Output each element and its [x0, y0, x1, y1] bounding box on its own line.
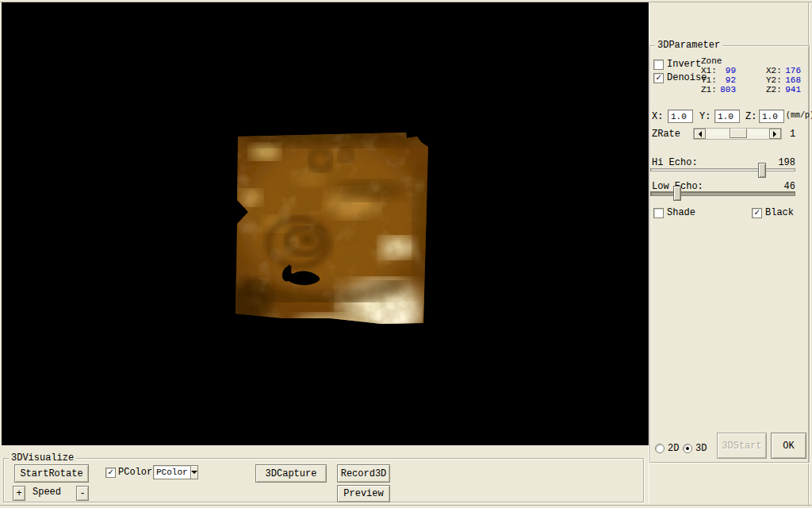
parameter-groupbox: 3DParameter	[649, 45, 810, 463]
volume-render-image[interactable]	[235, 130, 430, 327]
zrate-scroll-left-button[interactable]	[694, 129, 706, 139]
parameter-groupbox-title: 3DParameter	[655, 40, 722, 51]
zrate-label: ZRate	[652, 129, 680, 140]
zone-x1-label: X1:	[701, 66, 718, 75]
hi-echo-slider-thumb[interactable]	[758, 163, 766, 178]
scale-z-input[interactable]	[759, 110, 784, 123]
volume-render-svg	[235, 130, 430, 327]
black-label: Black	[765, 208, 794, 218]
window-border-bottom	[0, 505, 812, 506]
pcolor-checkbox[interactable]: ✓	[105, 468, 116, 478]
ok-button[interactable]: OK	[771, 433, 806, 459]
hi-echo-label: Hi Echo:	[652, 158, 698, 168]
scroll-right-icon	[773, 131, 779, 137]
speed-minus-button[interactable]: -	[76, 486, 89, 501]
mode-3d-label: 3D	[695, 444, 707, 454]
low-echo-slider-track[interactable]	[650, 191, 795, 196]
pcolor-label: PColor	[118, 468, 152, 478]
pcolor-dropdown-button[interactable]	[190, 466, 197, 479]
mode-2d-label: 2D	[668, 444, 679, 454]
zone-y2-value: 168	[783, 75, 801, 85]
shade-checkbox[interactable]	[653, 208, 664, 218]
record3d-button[interactable]: Record3D	[337, 464, 390, 483]
scale-unit-label: (mm/p)	[786, 110, 812, 121]
invert-label: Invert	[667, 60, 701, 70]
zrate-track-watermark-left: 00000	[707, 129, 729, 139]
shade-label: Shade	[667, 208, 695, 218]
scale-y-label: Y:	[699, 112, 710, 122]
scroll-left-icon	[695, 131, 702, 137]
hi-echo-slider-track[interactable]	[650, 168, 795, 171]
app-window: { "window": { "bg_color": "#ece9d8", "vi…	[0, 0, 812, 508]
pcolor-dropdown[interactable]: PColor	[153, 465, 198, 479]
zone-y2-label: Y2:	[766, 75, 783, 85]
zrate-value: 1	[790, 129, 795, 140]
zone-y1-value: 92	[718, 75, 736, 85]
zone-row-x: X1: 99 X2: 176	[701, 66, 801, 75]
scale-x-input[interactable]	[668, 110, 693, 123]
speed-plus-button[interactable]: +	[13, 486, 25, 501]
zone-z1-value: 803	[718, 85, 736, 94]
3dstart-button[interactable]: 3DStart	[717, 433, 767, 459]
start-rotate-button[interactable]: StartRotate	[14, 464, 89, 483]
zone-y1-label: Y1:	[701, 75, 718, 85]
denoise-checkmark: ✓	[656, 73, 661, 83]
hi-echo-value: 198	[764, 158, 795, 168]
mode-3d-radio[interactable]	[683, 444, 692, 453]
zrate-scroll-right-button[interactable]	[769, 129, 781, 139]
black-checkmark: ✓	[754, 208, 760, 217]
zone-z2-label: Z2:	[766, 85, 783, 94]
black-checkbox[interactable]: ✓	[752, 208, 762, 218]
chevron-down-icon	[191, 471, 197, 477]
zone-z2-value: 941	[783, 85, 801, 94]
low-echo-slider-thumb[interactable]	[673, 186, 681, 201]
zrate-track-watermark-right: 00000	[746, 129, 768, 139]
speed-label: Speed	[33, 487, 61, 498]
pcolor-checkmark: ✓	[108, 468, 113, 477]
zone-row-z: Z1: 803 Z2: 941	[701, 85, 801, 94]
pcolor-dropdown-value: PColor	[154, 468, 190, 477]
render-viewport[interactable]	[2, 2, 649, 445]
invert-checkbox[interactable]	[653, 60, 664, 70]
zone-x1-value: 99	[718, 66, 736, 75]
zrate-scrollbar-track[interactable]: 00000 00000	[706, 129, 769, 139]
zone-x2-label: X2:	[766, 66, 783, 75]
preview-button[interactable]: Preview	[337, 485, 390, 502]
zone-x2-value: 176	[783, 66, 801, 75]
zrate-scrollbar[interactable]: 00000 00000	[693, 128, 782, 140]
scale-x-label: X:	[652, 112, 663, 122]
scale-y-input[interactable]	[714, 110, 740, 123]
scale-z-label: Z:	[745, 112, 756, 122]
3dcapture-button[interactable]: 3DCapture	[255, 464, 327, 483]
visualize-groupbox-title: 3DVisualize	[9, 452, 76, 464]
zone-row-y: Y1: 92 Y2: 168	[701, 75, 801, 85]
zone-readout: X1: 99 X2: 176 Y1: 92 Y2: 168 Z1: 803 Z2…	[701, 66, 801, 94]
zrate-scrollbar-thumb[interactable]	[730, 129, 747, 138]
denoise-checkbox[interactable]: ✓	[653, 73, 664, 83]
mode-2d-radio[interactable]	[655, 444, 665, 453]
zone-z1-label: Z1:	[701, 85, 718, 94]
